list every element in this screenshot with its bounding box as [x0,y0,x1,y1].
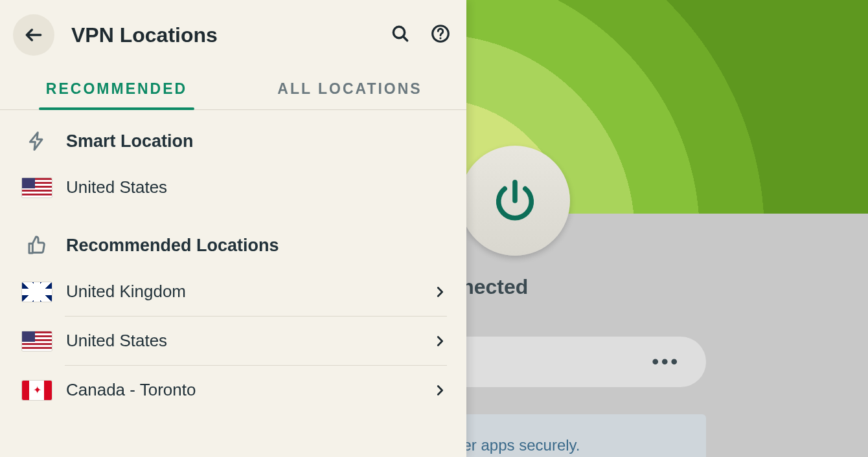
chevron-right-icon [433,334,447,348]
thumbs-up-icon [23,235,51,256]
smart-location-label: United States [66,177,447,197]
tab-all-locations[interactable]: ALL LOCATIONS [233,67,466,109]
back-button[interactable] [13,14,54,56]
power-icon [490,176,540,225]
svg-point-3 [439,37,441,39]
chevron-right-icon [433,285,447,299]
svg-line-1 [403,36,407,40]
tab-recommended[interactable]: RECOMMENDED [0,67,233,109]
more-icon: ••• [652,351,680,373]
help-icon [430,23,451,44]
help-button[interactable] [430,23,451,47]
back-arrow-icon [23,25,44,45]
location-label: Canada - Toronto [66,380,433,400]
lightning-icon [23,131,51,151]
header-actions [390,23,451,47]
location-row-canada[interactable]: Canada - Toronto [0,366,466,414]
location-label: United States [66,331,433,351]
panel-title: VPN Locations [71,23,390,47]
chevron-right-icon [433,383,447,397]
location-row-uk[interactable]: United Kingdom [0,267,466,316]
search-icon [390,23,411,44]
flag-ca-icon [22,381,52,400]
location-label: United Kingdom [66,282,433,302]
locations-list: Smart Location United States Recommended… [0,110,466,457]
search-button[interactable] [390,23,411,47]
tab-bar: RECOMMENDED ALL LOCATIONS [0,67,466,110]
recommended-header: Recommended Locations [0,223,466,267]
recommended-title: Recommended Locations [66,236,279,256]
smart-location-header: Smart Location [0,119,466,163]
flag-uk-icon [22,282,52,302]
location-row-us[interactable]: United States [0,317,466,365]
flag-us-icon [22,331,52,351]
panel-header: VPN Locations [0,0,466,67]
info-text: ther apps securely. [450,436,580,454]
smart-location-title: Smart Location [66,131,194,151]
power-button[interactable] [460,146,570,256]
smart-location-item[interactable]: United States [0,163,466,212]
locations-panel: VPN Locations RECOMMENDED ALL LOCATIONS [0,0,466,457]
flag-us-icon [22,178,52,197]
